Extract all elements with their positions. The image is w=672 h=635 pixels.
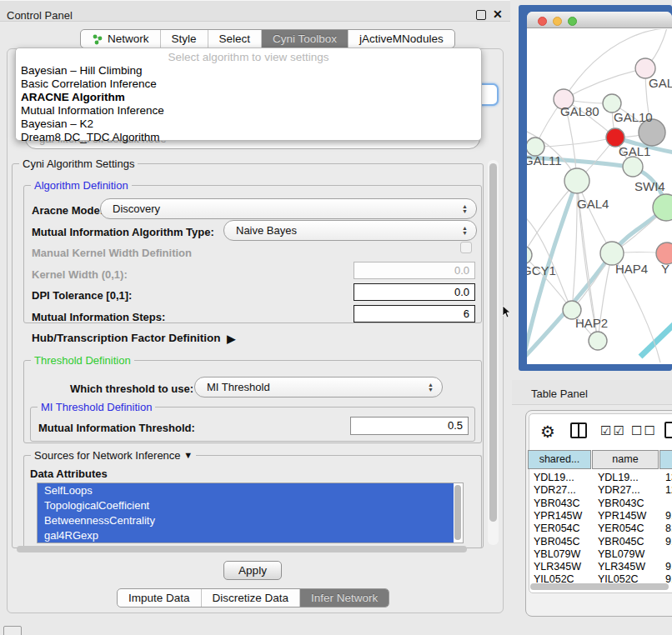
float-window-icon[interactable] <box>476 10 486 20</box>
algorithm-dropdown-list: Select algorithm to view settings Bayesi… <box>15 48 482 141</box>
mi-algorithm-type-label: Mutual Information Algorithm Type: <box>32 226 214 238</box>
network-canvas[interactable]: GALGAL80GAL10GAL1GAL11SWI4GAL4GCY1HAP4YH… <box>527 29 672 364</box>
document-icon[interactable] <box>664 422 672 438</box>
table-cell[interactable]: YBR045C <box>598 536 644 548</box>
table-cell[interactable]: 9. <box>665 536 672 548</box>
list-scrollbar[interactable] <box>454 485 461 540</box>
zoom-traffic-icon[interactable] <box>568 17 577 26</box>
mouse-cursor <box>502 305 512 318</box>
mi-algorithm-type-combo[interactable]: Naive Bayes ▲▼ <box>223 220 477 241</box>
dpi-tolerance-label: DPI Tolerance [0,1]: <box>32 289 132 302</box>
which-threshold-combo[interactable]: MI Threshold ▲▼ <box>194 377 443 398</box>
data-attributes-list[interactable]: SelfLoopsTopologicalCoefficientBetweenne… <box>37 482 464 543</box>
algorithm-definition-title: Algorithm Definition <box>31 179 132 192</box>
hub-section-toggle[interactable]: Hub/Transcription Factor Definition ▶ <box>32 332 232 344</box>
network-icon <box>92 33 103 45</box>
algorithm-option[interactable]: Dream8 DC_TDC Algorithm <box>16 131 481 144</box>
node-label: GAL4 <box>577 197 609 211</box>
hub-section-label: Hub/Transcription Factor Definition <box>32 332 221 344</box>
tab-infer-network[interactable]: Infer Network <box>300 589 389 607</box>
tab-label: Style <box>172 32 197 45</box>
table-cell[interactable]: YBL079W <box>534 548 580 560</box>
algorithm-option[interactable]: Bayesian – Hill Climbing <box>16 64 481 78</box>
tab-cyni-toolbox[interactable]: Cyni Toolbox <box>262 30 349 48</box>
tab-jactivemnodules[interactable]: jActiveMNodules <box>349 30 454 48</box>
manual-kernel-width-checkbox[interactable] <box>460 242 472 253</box>
node-label: GAL10 <box>614 110 653 124</box>
settings-vertical-scrollbar[interactable] <box>489 163 497 522</box>
table-cell[interactable]: YLR345W <box>534 561 581 572</box>
table-cell[interactable]: 9. <box>665 561 672 572</box>
checked-boxes-icon[interactable]: ☑☑ <box>600 423 626 438</box>
tab-select[interactable]: Select <box>208 30 263 48</box>
attribute-item-selected[interactable]: BetweennessCentrality <box>38 513 454 528</box>
node-label: GAL11 <box>527 153 562 168</box>
dpi-tolerance-field[interactable]: 0.0 <box>354 283 475 301</box>
settings-horizontal-scrollbar[interactable] <box>17 546 467 552</box>
tab-label: Select <box>219 32 251 45</box>
algorithm-option[interactable]: Mutual Information Inference <box>16 104 481 118</box>
table-cell[interactable]: YER054C <box>598 522 644 534</box>
table-cell[interactable]: YPR145W <box>598 510 646 522</box>
mi-threshold-field[interactable]: 0.5 <box>350 417 469 435</box>
algorithm-option[interactable]: Basic Correlation Inference <box>16 78 481 91</box>
node-label: HAP4 <box>615 262 648 276</box>
mi-threshold-label: Mutual Information Threshold: <box>38 422 195 434</box>
network-graph: GALGAL80GAL10GAL1GAL11SWI4GAL4GCY1HAP4YH… <box>527 29 672 364</box>
attribute-item-selected[interactable]: SelfLoops <box>38 483 454 498</box>
attribute-item-selected[interactable]: gal4RGexp <box>38 528 454 543</box>
table-cell[interactable]: 12... <box>665 484 672 496</box>
gear-icon[interactable]: ⚙ <box>540 422 555 442</box>
table-cell[interactable]: YPR145W <box>534 510 582 522</box>
tab-label: Cyni Toolbox <box>273 32 337 45</box>
node-label: GAL80 <box>560 104 599 118</box>
node-label: GCY1 <box>527 263 556 278</box>
tab-network[interactable]: Network <box>81 30 161 48</box>
algorithm-option[interactable]: Bayesian – K2 <box>16 118 481 131</box>
columns-icon[interactable] <box>570 422 587 438</box>
close-traffic-icon[interactable] <box>538 17 547 26</box>
table-cell[interactable]: YDR27... <box>598 484 640 496</box>
mi-steps-field[interactable]: 6 <box>354 305 475 322</box>
tab-style[interactable]: Style <box>161 30 208 48</box>
close-icon[interactable]: ✕ <box>493 8 503 21</box>
column-header[interactable]: name <box>592 450 659 469</box>
tab-discretize-data[interactable]: Discretize Data <box>202 589 301 607</box>
manual-kernel-width-label: Manual Kernel Width Definition <box>32 247 192 259</box>
kernel-width-field[interactable]: 0.0 <box>354 262 475 279</box>
graph-node-swi4[interactable] <box>623 157 643 177</box>
column-header[interactable] <box>659 450 672 469</box>
table-cell[interactable]: YER054C <box>534 522 580 534</box>
table-cell[interactable]: YBR043C <box>534 498 580 509</box>
table-horizontal-scrollbar[interactable] <box>530 583 669 590</box>
tab-impute-data[interactable]: Impute Data <box>118 589 202 607</box>
tab-label: jActiveMNodules <box>359 32 444 45</box>
collapse-down-icon[interactable]: ▼ <box>183 450 193 460</box>
network-window-titlebar[interactable] <box>527 12 672 28</box>
graph-node[interactable] <box>589 332 607 350</box>
aracne-mode-combo[interactable]: Discovery ▲▼ <box>100 198 477 219</box>
unchecked-boxes-icon[interactable]: ☐☐ <box>631 423 657 438</box>
attribute-item-selected[interactable]: TopologicalCoefficient <box>38 498 454 513</box>
column-header[interactable]: shared... <box>528 450 591 469</box>
tab-label: Discretize Data <box>213 592 289 604</box>
graph-node-gcy1[interactable] <box>527 246 532 264</box>
kernel-width-label: Kernel Width (0,1): <box>32 268 128 281</box>
node-label: GAL <box>649 76 672 90</box>
graph-node-gal4[interactable] <box>564 168 589 193</box>
table-cell[interactable]: YBR043C <box>598 498 644 509</box>
algorithm-option[interactable]: ARACNE Algorithm <box>16 91 481 104</box>
table-cell[interactable]: YLR345W <box>598 561 645 572</box>
table-cell[interactable]: YBL079W <box>598 548 644 560</box>
table-cell[interactable]: YBR045C <box>534 536 580 548</box>
table-cell[interactable]: YDL19... <box>534 472 574 483</box>
apply-button[interactable]: Apply <box>223 561 282 580</box>
table-cell[interactable]: YDL19... <box>598 472 639 483</box>
control-panel-titlebar <box>0 0 510 22</box>
table-cell[interactable]: 9. <box>665 510 672 522</box>
table-cell[interactable]: YDR27... <box>534 484 576 496</box>
minimize-traffic-icon[interactable] <box>553 17 562 26</box>
minimized-panel-box[interactable] <box>3 626 22 635</box>
table-cell[interactable]: 8. <box>665 522 672 534</box>
table-cell[interactable]: 13... <box>665 472 672 483</box>
